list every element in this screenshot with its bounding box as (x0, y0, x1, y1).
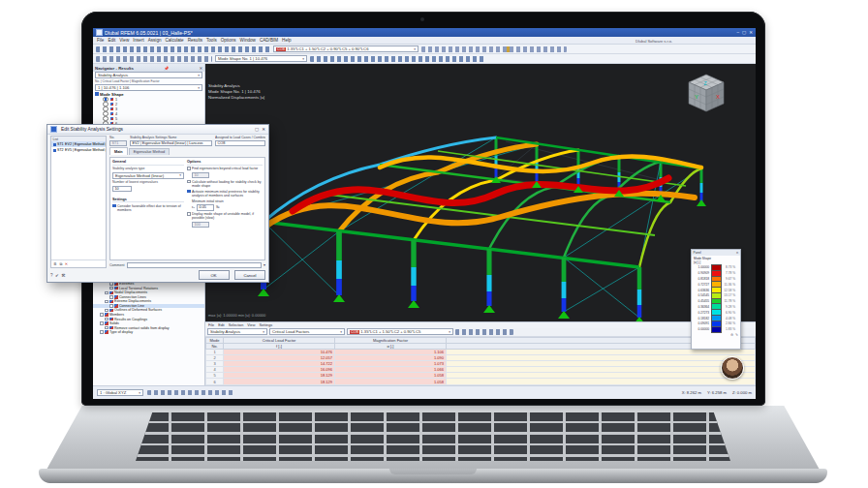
settings-list-item[interactable]: ST2 EV5 | Eigenvalue Method (lin... (51, 147, 106, 153)
tree-item[interactable]: Type of display (93, 330, 204, 335)
table-menu-item[interactable]: Selection (229, 323, 244, 327)
panel-edit-icon[interactable]: ✎ (735, 333, 738, 337)
analysis-type-combo[interactable]: Stability Analysis▾ (95, 72, 202, 78)
close-icon[interactable]: ✕ (262, 127, 265, 132)
dialog-apply-icon[interactable]: ✔ (55, 273, 59, 278)
tension-option[interactable]: Consider favorable effect due to tension… (112, 204, 184, 212)
mode-icon (110, 117, 114, 121)
menu-item[interactable]: File (97, 38, 104, 43)
dialog-help-icon[interactable]: ? (50, 273, 53, 278)
checkbox[interactable] (100, 321, 104, 325)
table-menu-item[interactable]: File (208, 323, 214, 327)
checkbox[interactable] (187, 212, 191, 216)
table-analysis-combo[interactable]: Stability Analysis▾ (207, 328, 267, 335)
minimize-icon[interactable]: – (736, 30, 739, 35)
close-icon[interactable]: ✕ (736, 251, 739, 255)
close-icon[interactable]: ✕ (200, 66, 202, 71)
ok-button[interactable]: OK (199, 270, 230, 280)
color-scale-row: 0.00000 1.83 % (694, 326, 738, 332)
dialog-tools-icon[interactable]: 🛠 (61, 273, 66, 278)
min-strain-field[interactable]: 0.05 (197, 204, 214, 211)
checkbox[interactable] (105, 318, 108, 321)
assigned-field[interactable]: CO8 (215, 140, 265, 147)
navigator-header[interactable]: Navigator - Results 📌 ✕ (93, 64, 204, 72)
menu-item[interactable]: Results (188, 38, 202, 43)
toolbar-icons[interactable] (421, 46, 567, 52)
checkbox[interactable] (109, 295, 113, 299)
checkbox[interactable] (105, 309, 108, 313)
beyond-clf-option[interactable]: Find eigenvectors beyond critical load f… (187, 167, 263, 170)
menu-item[interactable]: Window (240, 38, 256, 43)
table-menu-item[interactable]: Edit (218, 323, 225, 327)
menu-item[interactable]: CAD/BIM (260, 38, 278, 43)
checkbox[interactable] (109, 287, 113, 290)
checkbox[interactable] (187, 180, 191, 184)
checkbox[interactable] (112, 204, 116, 208)
name-field[interactable]: EV2 | Eigenvalue Method (linear) | Lancz… (130, 140, 212, 147)
cursor-coordinates: X: 8.262 mY: 6.258 mZ: 0.000 m (682, 390, 752, 395)
table-menu-item[interactable]: View (247, 323, 255, 327)
close-icon[interactable]: ✕ (749, 30, 753, 35)
tree-item-icon (105, 330, 108, 334)
snap-icons[interactable] (147, 390, 234, 395)
model-3d[interactable] (205, 64, 756, 321)
menu-item[interactable]: Options (221, 38, 236, 43)
eigen-count-field[interactable]: 10 (112, 186, 132, 193)
menu-item[interactable]: View (119, 38, 129, 43)
dialog-tab[interactable]: Main (109, 147, 128, 155)
toolbar-icons[interactable] (96, 46, 270, 52)
panel-settings-icon[interactable]: ⚙ (730, 333, 733, 337)
initial-prestress-option[interactable]: Activate minimum initial prestress for s… (187, 190, 263, 198)
comment-field[interactable] (127, 262, 262, 269)
menu-item[interactable]: Tools (206, 38, 217, 43)
statusbar: 1 : Global XYZ▾ X: 8.262 mY: 6.258 mZ: 0… (93, 385, 756, 399)
coordinate-system-combo[interactable]: 1 : Global XYZ▾ (97, 389, 143, 396)
table-result-combo[interactable]: Critical Load Factors▾ (269, 328, 345, 335)
menu-item[interactable]: Help (282, 38, 291, 43)
unstable-shape-field: 100 (192, 222, 209, 229)
mode-icon (110, 103, 114, 107)
checkbox[interactable] (105, 291, 108, 295)
analysis-type-select[interactable]: Eigenvalue Method (linear)▾ (112, 172, 184, 179)
checkbox[interactable] (187, 190, 191, 194)
checkbox[interactable] (105, 326, 108, 330)
maximize-icon[interactable]: ▢ (742, 30, 746, 35)
navigation-cube[interactable]: Y X Z (684, 72, 728, 116)
comment-expand-icon[interactable]: ▾ (264, 262, 265, 267)
options-section-label: Options (187, 160, 263, 166)
table-toolbar-icons[interactable] (455, 329, 513, 335)
viewport-3d[interactable]: Stability AnalysisMode Shape No. 1 | 10.… (205, 64, 756, 321)
toolbar-icons[interactable] (310, 56, 484, 62)
unstable-shape-option[interactable]: Display mode shape of unstable model, if… (187, 212, 263, 220)
pin-icon[interactable]: 📌 (164, 66, 169, 71)
loading-combo[interactable]: CO8 1.35*LC1 + 1.50*LC2 + 0.90*LC5 + 0.9… (273, 46, 418, 52)
new-item-icon[interactable]: 🗎 (53, 261, 57, 266)
without-loading-option[interactable]: Calculate without loading for stability … (187, 180, 263, 188)
menu-item[interactable]: Assign (148, 38, 162, 43)
toolbar-icons[interactable] (96, 56, 212, 62)
presenter-avatar (721, 356, 744, 380)
maximize-icon[interactable]: ▢ (255, 127, 259, 132)
menu-item[interactable]: Insert (133, 38, 144, 43)
table-menu-item[interactable]: Settings (259, 323, 272, 327)
checkbox[interactable] (187, 167, 191, 170)
cancel-button[interactable]: Cancel (234, 270, 265, 280)
checkbox[interactable] (109, 304, 113, 308)
mode-selector-combo[interactable]: 1 | 10.476 | 1.106▾ (95, 84, 202, 91)
checkbox[interactable] (95, 92, 99, 96)
checkbox[interactable] (105, 300, 108, 304)
no-field: ST1 (109, 140, 127, 147)
list-toolbar: 🗎 ⧉ ✕ (51, 259, 106, 267)
menu-item[interactable]: Edit (108, 38, 115, 43)
dialog-titlebar[interactable]: Edit Stability Analysis Settings ▢ ✕ (47, 125, 268, 135)
menu-item[interactable]: Calculate (166, 38, 184, 43)
copy-item-icon[interactable]: ⧉ (60, 261, 63, 266)
main-tab-pane: General Stability analysis type Eigenval… (109, 157, 265, 260)
app-icon (96, 29, 103, 36)
table-loading-combo[interactable]: CO8 1.35*LC1 + 1.50*LC2 + 0.90*LC5▾ (347, 328, 453, 335)
dialog-tab[interactable]: Eigenvalue Method (129, 148, 170, 155)
checkbox[interactable] (100, 330, 104, 334)
checkbox[interactable] (100, 313, 104, 317)
delete-item-icon[interactable]: ✕ (65, 261, 68, 266)
mode-shape-combo[interactable]: Mode Shape No. 1 | 10.476▾ (215, 55, 307, 62)
